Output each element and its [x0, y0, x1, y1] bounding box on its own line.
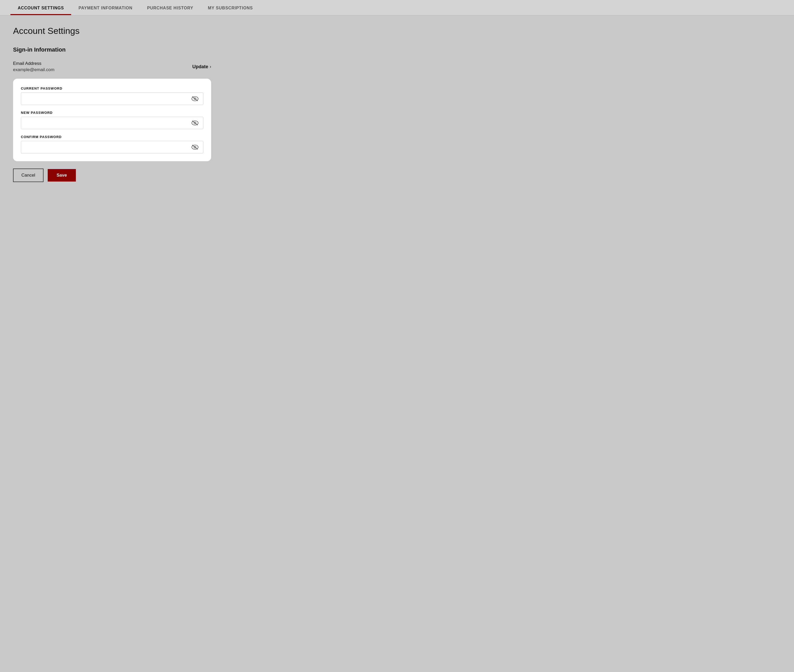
update-label: Update	[192, 64, 208, 70]
eye-slash-icon	[191, 144, 199, 150]
page-title: Account Settings	[13, 26, 781, 36]
confirm-password-label: CONFIRM PASSWORD	[21, 135, 203, 139]
tab-my-subscriptions[interactable]: MY SUBSCRIPTIONS	[201, 0, 260, 15]
email-info: Email Address example@email.com	[13, 61, 55, 72]
current-password-group: CURRENT PASSWORD	[21, 86, 203, 105]
new-password-label: NEW PASSWORD	[21, 111, 203, 115]
update-link[interactable]: Update ›	[192, 64, 211, 70]
buttons-row: Cancel Save	[13, 168, 781, 182]
toggle-current-password-visibility[interactable]	[190, 95, 200, 102]
tab-payment-information[interactable]: PAYMENT INFORMATION	[71, 0, 140, 15]
new-password-input-wrapper	[21, 117, 203, 129]
confirm-password-group: CONFIRM PASSWORD	[21, 135, 203, 154]
email-label: Email Address	[13, 61, 55, 66]
tab-purchase-history[interactable]: PURCHASE HISTORY	[140, 0, 201, 15]
email-value: example@email.com	[13, 67, 55, 72]
password-card: CURRENT PASSWORD NEW PASSWORD	[13, 78, 211, 161]
toggle-confirm-password-visibility[interactable]	[190, 144, 200, 151]
cancel-button[interactable]: Cancel	[13, 168, 43, 182]
confirm-password-input-wrapper	[21, 141, 203, 154]
tab-account-settings[interactable]: ACCOUNT SETTINGS	[10, 0, 71, 15]
new-password-group: NEW PASSWORD	[21, 111, 203, 129]
email-row: Email Address example@email.com Update ›	[13, 61, 211, 72]
current-password-label: CURRENT PASSWORD	[21, 86, 203, 90]
current-password-input[interactable]	[21, 93, 203, 105]
save-button[interactable]: Save	[48, 169, 76, 182]
current-password-input-wrapper	[21, 93, 203, 105]
new-password-input[interactable]	[21, 117, 203, 129]
chevron-right-icon: ›	[210, 64, 211, 69]
confirm-password-input[interactable]	[21, 141, 203, 154]
main-content: Account Settings Sign-in Information Ema…	[0, 15, 794, 192]
section-title: Sign-in Information	[13, 46, 781, 53]
eye-slash-icon	[191, 120, 199, 126]
toggle-new-password-visibility[interactable]	[190, 119, 200, 126]
nav-tabs: ACCOUNT SETTINGS PAYMENT INFORMATION PUR…	[0, 0, 794, 15]
eye-slash-icon	[191, 96, 199, 101]
